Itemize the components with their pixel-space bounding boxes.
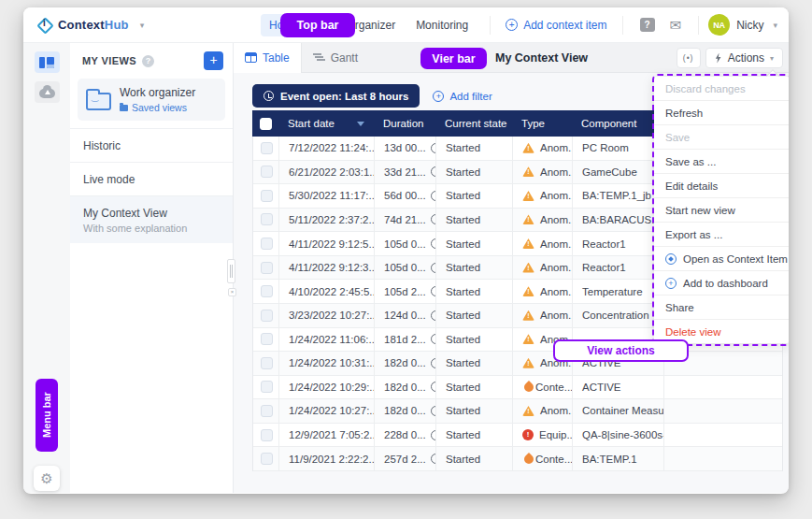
divider [490, 16, 491, 35]
row-checkbox[interactable] [253, 256, 279, 280]
brand-chevron-down-icon[interactable]: ▾ [140, 21, 145, 30]
sidebar-help-icon[interactable]: ? [142, 55, 154, 67]
sidebar-view-item[interactable]: My Context ViewWith some explanation [70, 195, 233, 243]
event-filter-chip[interactable]: Event open: Last 8 hours [252, 84, 420, 108]
row-checkbox[interactable] [253, 424, 279, 447]
workspace-card[interactable]: Work organizer Saved views [78, 79, 225, 121]
checkbox-icon [261, 285, 273, 297]
brand-logo[interactable]: i ContextHub ▾ [36, 17, 144, 33]
cell-type: Anom... [513, 256, 573, 280]
row-checkbox[interactable] [253, 352, 279, 375]
mail-icon[interactable]: ✉ [670, 17, 682, 34]
cell-start-date: 11/9/2021 2:22:2... [279, 447, 375, 470]
row-checkbox[interactable] [253, 447, 279, 470]
table-row[interactable]: 12/9/2021 7:05:2...228d 0...StartedEquip… [253, 424, 782, 448]
select-all-checkbox[interactable] [252, 118, 278, 130]
tab-table[interactable]: Table [234, 43, 302, 73]
checkbox-icon [261, 453, 273, 465]
icon-rail: Menu bar ⚙ [23, 43, 70, 493]
table-row[interactable]: 1/24/2022 10:27:...182d 0...StartedAnom.… [253, 399, 782, 424]
sidebar-view-item[interactable]: Live mode [70, 162, 233, 195]
table-row[interactable]: 11/9/2021 2:22:2...257d 2...StartedConte… [253, 447, 782, 471]
menu-item-label: Share [665, 302, 694, 313]
row-checkbox[interactable] [253, 209, 279, 232]
tab-gantt[interactable]: Gantt [302, 43, 369, 73]
cell-type: Anom... [513, 304, 573, 327]
row-checkbox[interactable] [253, 137, 279, 160]
warning-icon [522, 263, 534, 273]
cell-start-date: 12/9/2021 7:05:2... [279, 424, 375, 447]
cell-component: ACTIVE [573, 376, 664, 399]
column-header-start[interactable]: Start date [278, 118, 374, 129]
menu-item-start-new-view[interactable]: Start new view [654, 198, 789, 223]
duration-value: 181d 2... [384, 334, 426, 345]
row-checkbox[interactable] [253, 304, 279, 327]
cell-current-state: Started [436, 209, 513, 232]
cell-current-state: Started [436, 447, 513, 470]
cell-duration: 56d 00... [375, 184, 436, 208]
cell-component: Concentration [573, 304, 664, 327]
avatar[interactable]: NA [708, 14, 730, 36]
help-icon[interactable]: ? [640, 18, 655, 32]
menu-item-label: Save [665, 132, 690, 143]
menu-item-edit-details[interactable]: Edit details [654, 174, 789, 198]
add-context-item-button[interactable]: + Add context item [500, 19, 612, 32]
menu-item-refresh[interactable]: Refresh [654, 101, 789, 125]
my-views-rail-button[interactable] [35, 51, 60, 73]
menu-item-export-as[interactable]: Export as ... [654, 223, 789, 247]
column-header-state[interactable]: Current state [435, 118, 512, 129]
menu-item-add-to-dashboard[interactable]: Add to dashboard [654, 271, 789, 296]
duration-value: 56d 00... [384, 190, 426, 201]
tab-label: Gantt [331, 51, 358, 65]
sidebar-resize-handle[interactable] [227, 259, 235, 283]
table-row[interactable]: 1/24/2022 10:29:...182d 0...StartedConte… [253, 376, 782, 400]
menu-item-save-as[interactable]: Save as ... [654, 150, 789, 174]
nav-item-monitoring[interactable]: Monitoring [407, 14, 477, 36]
cell-start-date: 1/24/2022 10:29:... [279, 376, 375, 399]
menu-item-share[interactable]: Share [654, 296, 789, 320]
cell-type: Anom... [513, 184, 573, 208]
type-label: Anom... [540, 405, 573, 416]
checkbox-icon [261, 166, 273, 178]
user-chevron-down-icon[interactable]: ▾ [773, 21, 777, 30]
cell-component: BA:TEMP.1 [573, 447, 664, 470]
add-filter-button[interactable]: + Add filter [433, 91, 491, 102]
cloud-upload-rail-button[interactable] [35, 81, 60, 103]
add-view-button[interactable]: + [204, 51, 223, 70]
row-checkbox[interactable] [253, 161, 279, 184]
cell-start-date: 5/30/2022 11:17:... [279, 184, 375, 208]
row-checkbox[interactable] [253, 328, 279, 352]
sidebar-view-item[interactable]: Historic [70, 128, 233, 162]
menu-item-label: Start new view [665, 205, 735, 216]
cell-duration: 33d 21... [375, 161, 436, 184]
live-mode-button[interactable]: (•) [677, 48, 701, 68]
row-checkbox[interactable] [253, 399, 279, 423]
menu-item-save: Save [654, 125, 789, 150]
sidebar-collapse-button[interactable]: × [228, 288, 236, 296]
menu-item-label: Delete view [665, 326, 720, 338]
menu-item-label: Edit details [665, 180, 718, 192]
column-header-type[interactable]: Type [512, 118, 572, 129]
column-label: Type [521, 118, 545, 129]
menu-item-label: Export as ... [665, 229, 722, 240]
cell-current-state: Started [436, 184, 513, 208]
column-header-comp[interactable]: Component [572, 118, 663, 129]
type-label: Anom... [540, 166, 573, 178]
menu-item-open-as-context-item-search[interactable]: Open as Context Item Search [654, 247, 789, 271]
user-name[interactable]: Nicky [736, 19, 763, 32]
column-label: Duration [383, 118, 423, 129]
actions-button[interactable]: Actions ▾ [705, 48, 783, 68]
duration-value: 33d 21... [384, 166, 426, 178]
column-header-dur[interactable]: Duration [374, 118, 435, 129]
type-label: Equip... [539, 429, 573, 440]
cell-filler [664, 447, 782, 470]
row-checkbox[interactable] [253, 184, 279, 208]
menu-item-discard-changes: Discard changes [654, 77, 789, 101]
settings-button[interactable]: ⚙ [34, 466, 60, 491]
row-checkbox[interactable] [253, 376, 279, 399]
cell-start-date: 5/11/2022 2:37:2... [279, 209, 375, 232]
row-checkbox[interactable] [253, 280, 279, 303]
table-row[interactable]: 1/24/2022 10:31:...182d 0...StartedAnom.… [253, 352, 782, 376]
table-icon [245, 52, 257, 63]
row-checkbox[interactable] [253, 232, 279, 255]
